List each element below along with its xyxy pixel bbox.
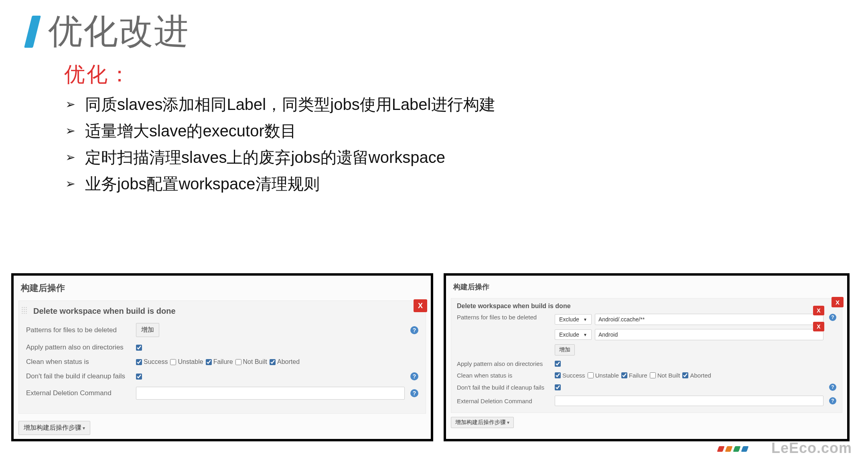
status-label: Aborted: [277, 358, 300, 366]
status-checkboxes: Success Unstable Failure Not Built Abort…: [555, 372, 711, 379]
row-clean-status: Clean when status is Success Unstable Fa…: [457, 372, 836, 379]
close-button[interactable]: X: [414, 299, 427, 312]
help-icon[interactable]: ?: [829, 314, 836, 321]
status-label: Not Built: [657, 372, 680, 379]
add-postbuild-step-button[interactable]: 增加构建后操作步骤: [451, 417, 514, 428]
pattern-value-input[interactable]: [595, 329, 823, 340]
chevron-right-icon: ➢: [64, 174, 76, 194]
pattern-row: X Exclude ▼: [555, 329, 823, 340]
pattern-value-input[interactable]: [595, 314, 823, 325]
dot-icon: [717, 446, 724, 452]
label-dont-fail: Don't fail the build if cleanup fails: [457, 384, 549, 391]
config-block: X Delete workspace when build is done Pa…: [451, 298, 842, 413]
status-success-checkbox[interactable]: [136, 359, 142, 365]
label-patterns: Patterns for files to be deleted: [457, 314, 549, 321]
row-dont-fail: Don't fail the build if cleanup fails ?: [26, 372, 418, 380]
pattern-mode-select[interactable]: Exclude ▼: [555, 329, 592, 340]
slide-body: 优化： ➢ 同质slaves添加相同Label，同类型jobs使用Label进行…: [0, 55, 868, 197]
label-patterns: Patterns for files to be deleted: [26, 326, 130, 334]
config-block: X Delete workspace when build is done Pa…: [18, 301, 426, 414]
pattern-mode-select[interactable]: Exclude ▼: [555, 314, 592, 325]
help-icon[interactable]: ?: [410, 326, 418, 334]
jenkins-panel-right: 构建后操作 X Delete workspace when build is d…: [444, 273, 850, 441]
row-ext-cmd: External Deletion Command ?: [26, 387, 418, 400]
row-dont-fail: Don't fail the build if cleanup fails ?: [457, 384, 836, 391]
help-icon[interactable]: ?: [829, 397, 836, 404]
apply-dirs-checkbox[interactable]: [136, 345, 142, 351]
config-heading: Delete workspace when build is done: [457, 303, 836, 310]
delete-pattern-button[interactable]: X: [813, 322, 824, 331]
chevron-right-icon: ➢: [64, 147, 76, 167]
status-failure-checkbox[interactable]: [621, 372, 627, 378]
row-apply-dirs: Apply pattern also on directories: [457, 360, 836, 367]
slide-header: 优化改进: [0, 0, 868, 55]
bullet-item: ➢ 定时扫描清理slaves上的废弃jobs的遗留workspace: [64, 144, 868, 171]
status-label: Unstable: [178, 358, 203, 366]
footer-row: 增加构建后操作步骤: [18, 421, 426, 435]
section-title: 构建后操作: [21, 282, 426, 294]
ext-cmd-input[interactable]: [555, 396, 823, 406]
chevron-right-icon: ➢: [64, 94, 76, 114]
label-dont-fail: Don't fail the build if cleanup fails: [26, 372, 130, 380]
pattern-row: X Exclude ▼: [555, 314, 823, 325]
label-ext-cmd: External Deletion Command: [457, 398, 549, 404]
bullet-item: ➢ 业务jobs配置workspace清理规则: [64, 171, 868, 197]
label-apply-dirs: Apply pattern also on directories: [26, 343, 130, 351]
status-notbuilt-checkbox[interactable]: [235, 359, 241, 365]
dot-icon: [725, 446, 732, 452]
add-pattern-button[interactable]: 增加: [136, 323, 159, 337]
select-value: Exclude: [559, 331, 579, 338]
dot-icon: [741, 446, 748, 452]
row-patterns: Patterns for files to be deleted X Exclu…: [457, 314, 836, 355]
label-apply-dirs: Apply pattern also on directories: [457, 360, 549, 367]
dot-icon: [733, 446, 740, 452]
add-postbuild-step-button[interactable]: 增加构建后操作步骤: [18, 421, 90, 435]
drag-handle-icon[interactable]: [21, 307, 27, 314]
add-pattern-button[interactable]: 增加: [555, 344, 575, 355]
chevron-right-icon: ➢: [64, 121, 76, 141]
config-heading: Delete workspace when build is done: [26, 307, 418, 316]
status-aborted-checkbox[interactable]: [682, 372, 688, 378]
status-failure-checkbox[interactable]: [206, 359, 212, 365]
status-label: Not Built: [243, 358, 267, 366]
label-clean-status: Clean when status is: [26, 358, 130, 366]
row-patterns: Patterns for files to be deleted 增加 ?: [26, 323, 418, 337]
slash-accent-icon: [24, 16, 41, 48]
close-button[interactable]: X: [831, 297, 844, 307]
bullet-list: ➢ 同质slaves添加相同Label，同类型jobs使用Label进行构建 ➢…: [64, 91, 868, 197]
label-clean-status: Clean when status is: [457, 372, 549, 379]
bullet-text: 同质slaves添加相同Label，同类型jobs使用Label进行构建: [85, 91, 495, 118]
status-notbuilt-checkbox[interactable]: [650, 372, 656, 378]
help-icon[interactable]: ?: [829, 384, 836, 391]
status-aborted-checkbox[interactable]: [270, 359, 276, 365]
bullet-item: ➢ 同质slaves添加相同Label，同类型jobs使用Label进行构建: [64, 91, 868, 118]
bullet-text: 定时扫描清理slaves上的废弃jobs的遗留workspace: [85, 144, 445, 171]
jenkins-panel-left: 构建后操作 X Delete workspace when build is d…: [11, 273, 433, 441]
bullet-text: 业务jobs配置workspace清理规则: [85, 171, 320, 197]
dont-fail-checkbox[interactable]: [555, 384, 561, 390]
apply-dirs-checkbox[interactable]: [555, 361, 561, 367]
status-unstable-checkbox[interactable]: [170, 359, 176, 365]
bullet-text: 适量增大slave的executor数目: [85, 118, 296, 144]
status-label: Failure: [629, 372, 647, 379]
row-ext-cmd: External Deletion Command ?: [457, 396, 836, 406]
logo-dots-icon: [718, 446, 748, 452]
ext-cmd-input[interactable]: [136, 387, 405, 400]
section-title: 构建后操作: [453, 282, 842, 292]
slide-title: 优化改进: [48, 8, 189, 55]
footer-logo-text: LeEco.com: [771, 440, 852, 457]
help-icon[interactable]: ?: [410, 389, 418, 397]
select-value: Exclude: [559, 316, 579, 323]
status-label: Success: [562, 372, 585, 379]
status-label: Failure: [213, 358, 233, 366]
row-clean-status: Clean when status is Success Unstable Fa…: [26, 358, 418, 366]
status-label: Aborted: [690, 372, 711, 379]
dont-fail-checkbox[interactable]: [136, 374, 142, 380]
bullet-item: ➢ 适量增大slave的executor数目: [64, 118, 868, 144]
help-icon[interactable]: ?: [410, 372, 418, 380]
status-unstable-checkbox[interactable]: [588, 372, 594, 378]
status-success-checkbox[interactable]: [555, 372, 561, 378]
chevron-down-icon: ▼: [583, 333, 587, 337]
status-label: Unstable: [595, 372, 619, 379]
delete-pattern-button[interactable]: X: [813, 306, 824, 315]
